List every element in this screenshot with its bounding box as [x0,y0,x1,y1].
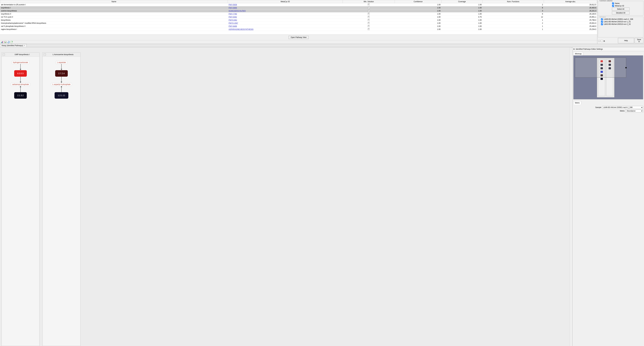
metacyc-link[interactable]: PWY-6466 [228,25,237,27]
pathways-table[interactable]: NameMetaCyc IDMin. SolutionConfidenceCov… [0,0,597,31]
cell-metacyc-id[interactable]: PWY-7790 [228,13,343,16]
column-header[interactable]: Min. Solution [343,0,395,3]
enzyme-node[interactable]: 1.2.1.11 [54,92,68,99]
sample-checkbox[interactable] [601,18,603,20]
sample-checkbox[interactable] [601,23,603,25]
metacyc-link[interactable]: HOMOSERSYN-PWY [228,10,246,12]
checkbox-icon[interactable] [368,25,370,27]
cell-confidence: 1.00 [395,16,442,19]
metacyc-link[interactable]: PWY-5938 [228,4,237,6]
save-view-button[interactable]: Save Vi [635,38,644,43]
cell-confidence: 1.00 [395,13,442,16]
column-header[interactable]: Coverage [441,0,482,3]
sample-select[interactable]: Lib96-BS-Michel-200901-nach-2_S96 [602,106,643,109]
cell-min-solution[interactable] [343,28,395,31]
collapse-icon[interactable]: — [598,40,600,42]
cell-min-solution[interactable] [343,25,395,28]
table-row[interactable]: oserine biosynthesisHOMOSERSYN-PWY1.001.… [0,9,597,13]
help-button[interactable]: Help [618,38,634,43]
table-row[interactable]: ive TCA cycle IIPWY-53921.000.751225,951… [0,16,597,19]
close-tab-icon[interactable]: × [24,45,25,47]
checkbox-icon[interactable] [368,13,370,15]
column-header[interactable]: Average abu. [544,0,597,3]
checkbox-icon[interactable] [368,16,370,18]
metacyc-link[interactable]: PWY0-662 [228,19,237,21]
checkbox-metacyc[interactable] [612,5,614,7]
cell-metacyc-id[interactable]: PWY-5686 [228,6,343,9]
cell-metacyc-id[interactable]: PWY0-1587 [228,22,343,25]
metacyc-link[interactable]: ASPARAGINE-BIOSYNTHESIS [228,28,254,30]
sample-checkbox[interactable] [601,21,603,23]
metacyc-link[interactable]: PWY-5392 [228,16,237,18]
metric-select[interactable]: Abundance [626,109,643,112]
enzyme-node[interactable]: 2.1.3.2 [14,92,27,99]
graph-scrollbar[interactable]: ˄ [570,47,572,346]
cell-metacyc-id[interactable]: ASPARAGINE-BIOSYNTHESIS [228,28,343,31]
enzyme-node[interactable]: 2.7.2.4 [55,70,68,77]
cell-min-solution[interactable] [343,3,395,6]
metacyc-link[interactable]: PWY-7790 [228,13,237,15]
cell-avg-abundance: 26,201.0 [544,9,597,13]
table-row[interactable]: ragine biosynthesis IASPARAGINE-BIOSYNTH… [0,28,597,31]
minimap-resize-handle[interactable] [626,67,626,68]
export-chart-icon[interactable] [1,41,3,43]
cell-min-solution[interactable] [343,9,395,13]
table-row[interactable]: xal 5'-phosphate biosynthesis IIPWY-6466… [0,25,597,28]
cell-metacyc-id[interactable]: PWY-6466 [228,25,343,28]
folder-icon[interactable] [601,40,603,42]
checkbox-icon[interactable] [368,10,370,12]
table-row[interactable]: ate fermentation to (R)-acetoin IPWY-593… [0,3,597,6]
minimap-tab[interactable]: Minimap [573,52,583,55]
compound-node[interactable]: L-aspartyl-4-phosphate [51,83,72,86]
tree-icon[interactable]: ⊞ [604,40,606,42]
deselect-all-button[interactable]: Deselect All [612,11,630,15]
cell-min-solution[interactable] [343,6,395,9]
compound-node[interactable]: carbamoyl phosphate [11,83,30,86]
table-row[interactable]: iosynthesis IIPWY-77901.001.00626,183.5 [0,13,597,16]
refresh-icon[interactable] [7,41,10,43]
edit-icon[interactable] [10,41,13,43]
tab-identified-pathways[interactable]: thway (Identified Pathways) × [0,44,27,47]
checkbox-name[interactable] [612,3,614,5]
open-pathway-view-button[interactable]: Open Pathway View [288,36,309,39]
compound-node[interactable]: hydrogencarbonate [12,61,29,64]
svg-point-4 [5,42,5,42]
cell-metacyc-id[interactable]: PWY-5938 [228,3,343,6]
svg-rect-1 [2,42,2,43]
checkbox-icon[interactable] [368,7,370,9]
checkbox-icon[interactable] [368,19,370,21]
table-row[interactable]: biosynthesisPWY0-6621.001.00125,766.0 [0,19,597,22]
checkbox-icon[interactable] [368,28,370,30]
enzyme-node[interactable]: 6.3.5.5 [14,70,27,77]
checkbox-icon[interactable] [368,22,370,24]
metacyc-link[interactable]: PWY-5686 [228,7,237,9]
minimap[interactable] [573,55,643,99]
cell-min-solution[interactable] [343,22,395,25]
editor-settings-header[interactable]: Identified Pathways Editor Settings [572,47,644,51]
cell-metacyc-id[interactable]: PWY-5392 [228,16,343,19]
cell-confidence: 1.00 [395,25,442,28]
collapse-pathway-icon[interactable]: − [3,54,5,56]
table-row[interactable]: iosynthesis IPWY-56861.001.00626,463.6 [0,6,597,9]
cell-min-solution[interactable] [343,19,395,22]
column-header[interactable]: Name [0,0,228,3]
cell-min-solution[interactable] [343,16,395,19]
cell-min-solution[interactable] [343,13,395,16]
metric-tab[interactable]: Metric [573,101,581,104]
minimap-viewport[interactable] [575,58,626,78]
scroll-up-icon[interactable]: ˄ [571,48,572,49]
checkbox-icon[interactable] [368,4,370,6]
cell-coverage: 1.00 [441,6,482,9]
cell-metacyc-id[interactable]: PWY0-662 [228,19,343,22]
column-header[interactable]: MetaCyc ID [228,0,343,3]
compound-node[interactable]: L-aspartate [56,61,67,64]
column-header[interactable]: Num. Functions [482,0,544,3]
column-header[interactable]: Confidence [395,0,442,3]
export-image-icon[interactable] [4,41,6,43]
collapse-pathway-icon[interactable]: − [44,54,46,56]
table-row[interactable]: hreonylcarbamoyladenosine³⁷-modified tRN… [0,22,597,25]
select-all-button[interactable]: Select All [612,8,630,11]
panel-toggle-icon[interactable] [574,48,575,50]
metacyc-link[interactable]: PWY0-1587 [228,22,238,24]
cell-metacyc-id[interactable]: HOMOSERSYN-PWY [228,9,343,13]
